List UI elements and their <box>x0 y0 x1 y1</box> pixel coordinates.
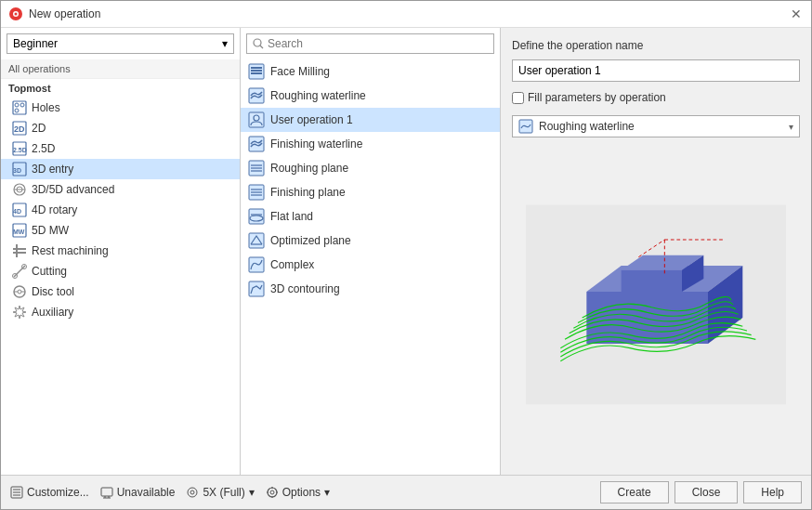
right-panel: Define the operation name Fill parameter… <box>501 28 811 475</box>
action-buttons: Create Close Help <box>600 481 802 503</box>
svg-rect-3 <box>13 101 26 114</box>
op-roughing-plane[interactable]: Roughing plane <box>241 156 500 180</box>
user-operation-1-label: User operation 1 <box>270 113 353 126</box>
options-label: Options <box>282 486 321 499</box>
3d-contouring-label: 3D contouring <box>270 282 340 295</box>
fill-params-container: Fill parameters by operation <box>512 91 800 104</box>
all-operations-label[interactable]: All operations <box>1 59 240 79</box>
options-gear-icon <box>266 486 279 499</box>
cutting-label: Cutting <box>32 265 67 278</box>
finishing-waterline-icon <box>248 136 265 152</box>
face-milling-icon <box>248 63 265 80</box>
sidebar-item-2.5d[interactable]: 2.5D 2.5D <box>1 138 240 159</box>
sidebar-item-4d-rotary[interactable]: 4D 4D rotary <box>1 200 240 220</box>
preview-area <box>512 145 800 464</box>
category-tree: Holes 2D 2D 2.5D 2.5D <box>1 98 240 475</box>
3d-preview <box>526 203 786 407</box>
optimized-plane-label: Optimized plane <box>270 234 351 247</box>
2d-label: 2D <box>32 122 46 135</box>
sidebar-item-holes[interactable]: Holes <box>1 98 240 118</box>
fill-dropdown-arrow: ▾ <box>789 122 793 132</box>
3d-entry-label: 3D entry <box>32 163 73 176</box>
svg-rect-34 <box>251 72 262 74</box>
customize-item[interactable]: Customize... <box>10 486 89 499</box>
machine-label: 5X (Full) <box>203 486 244 499</box>
window-title: New operation <box>29 7 100 20</box>
complex-icon <box>248 256 265 273</box>
svg-rect-33 <box>251 70 262 72</box>
fill-params-checkbox[interactable] <box>512 92 524 104</box>
svg-point-27 <box>18 290 21 294</box>
sidebar-item-auxiliary[interactable]: Auxiliary <box>1 302 240 322</box>
op-complex[interactable]: Complex <box>241 253 500 277</box>
sidebar-item-5d-mw[interactable]: MW 5D MW <box>1 220 240 241</box>
sidebar-item-rest-machining[interactable]: Rest machining <box>1 241 240 261</box>
search-container[interactable] <box>246 33 494 54</box>
options-item[interactable]: Options ▾ <box>266 486 330 499</box>
op-roughing-waterline[interactable]: Roughing waterline <box>241 84 500 108</box>
close-dialog-button[interactable]: Close <box>674 481 739 503</box>
unavailable-item[interactable]: Unavailable <box>100 486 176 499</box>
op-user-operation-1[interactable]: User operation 1 <box>241 108 500 132</box>
op-3d-contouring[interactable]: 3D contouring <box>241 277 500 301</box>
define-operation-label: Define the operation name <box>512 39 800 52</box>
svg-text:MW: MW <box>13 229 25 235</box>
finishing-plane-label: Finishing plane <box>270 186 346 199</box>
beginner-dropdown[interactable]: Beginner ▾ <box>7 33 234 54</box>
op-face-milling[interactable]: Face Milling <box>241 59 500 84</box>
auxiliary-label: Auxiliary <box>32 306 73 319</box>
disc-tool-label: Disc tool <box>32 285 74 298</box>
beginner-label: Beginner <box>13 37 58 50</box>
face-milling-label: Face Milling <box>270 65 330 78</box>
4d-rotary-icon: 4D <box>12 203 27 217</box>
op-flat-land[interactable]: Flat land <box>241 204 500 229</box>
sidebar-item-3d-entry[interactable]: 3D 3D entry <box>1 159 240 179</box>
close-button[interactable]: ✕ <box>789 7 804 21</box>
svg-point-75 <box>190 490 194 494</box>
sidebar-item-2d[interactable]: 2D 2D <box>1 118 240 138</box>
op-optimized-plane[interactable]: Optimized plane <box>241 229 500 253</box>
bottom-left-items: Customize... Unavailable 5X (Full) ▾ Opt… <box>10 486 330 499</box>
help-button[interactable]: Help <box>743 481 802 503</box>
app-icon <box>8 7 23 21</box>
search-icon <box>253 38 264 49</box>
svg-rect-20 <box>13 248 26 250</box>
fill-dropdown[interactable]: Roughing waterline ▾ <box>512 115 800 137</box>
op-finishing-waterline[interactable]: Finishing waterline <box>241 132 500 156</box>
roughing-plane-label: Roughing plane <box>270 162 348 175</box>
3d-entry-icon: 3D <box>12 162 27 177</box>
sidebar-item-cutting[interactable]: Cutting <box>1 261 240 281</box>
flat-land-label: Flat land <box>270 210 313 223</box>
roughing-waterline-icon <box>248 87 265 104</box>
svg-rect-21 <box>13 252 26 254</box>
svg-point-5 <box>20 103 24 107</box>
holes-icon <box>12 100 27 115</box>
user-operation-icon <box>248 111 265 128</box>
svg-text:4D: 4D <box>13 208 21 215</box>
3d5d-label: 3D/5D advanced <box>32 183 114 196</box>
machine-item[interactable]: 5X (Full) ▾ <box>186 486 254 499</box>
svg-line-31 <box>260 46 263 48</box>
svg-line-23 <box>14 266 25 277</box>
4d-rotary-label: 4D rotary <box>32 203 77 216</box>
svg-text:2D: 2D <box>14 124 25 134</box>
auxiliary-icon <box>12 305 27 320</box>
op-finishing-plane[interactable]: Finishing plane <box>241 180 500 204</box>
2.5d-label: 2.5D <box>32 142 55 155</box>
svg-rect-70 <box>101 488 112 496</box>
operation-name-input[interactable] <box>512 59 800 82</box>
sidebar-item-3d5d[interactable]: 3D/5D advanced <box>1 179 240 200</box>
svg-point-30 <box>254 39 261 46</box>
create-button[interactable]: Create <box>600 481 669 503</box>
rest-machining-label: Rest machining <box>32 244 109 257</box>
5d-mw-label: 5D MW <box>32 224 69 237</box>
holes-label: Holes <box>32 101 60 114</box>
search-input[interactable] <box>268 37 488 50</box>
title-bar-left: New operation <box>8 7 100 21</box>
customize-label: Customize... <box>27 486 89 499</box>
svg-rect-54 <box>249 281 264 296</box>
main-content: Beginner ▾ All operations Topmost Holes … <box>1 28 811 475</box>
svg-marker-60 <box>622 269 682 291</box>
sidebar-item-disc-tool[interactable]: Disc tool <box>1 281 240 302</box>
complex-label: Complex <box>270 258 314 271</box>
